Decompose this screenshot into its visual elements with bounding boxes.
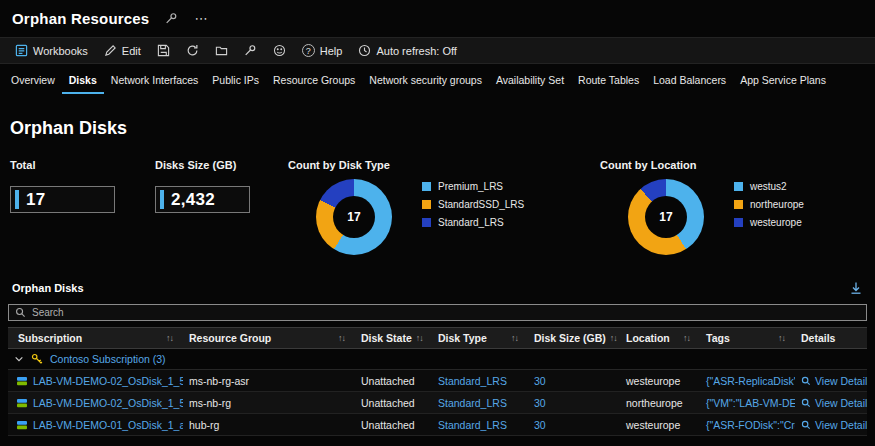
feedback-button[interactable]	[266, 41, 293, 60]
open-button[interactable]	[208, 41, 235, 60]
donut-center-value: 17	[659, 210, 672, 224]
workbooks-icon	[15, 44, 28, 57]
tab-overview[interactable]: Overview	[4, 68, 62, 94]
col-header-disk-type[interactable]: Disk Type ↑↓	[432, 332, 528, 344]
stat-accent-bar	[160, 190, 164, 209]
stat-disks-size-label: Disks Size (GB)	[155, 159, 278, 171]
tags-link[interactable]: {"ASR-FODisk":"Created	[700, 419, 795, 431]
tab-network-interfaces[interactable]: Network Interfaces	[104, 68, 206, 94]
legend-label: Standard_LRS	[438, 217, 504, 228]
tags-link[interactable]: {"VM":"LAB-VM-DEMO-	[700, 397, 795, 409]
more-button[interactable]: ⋯	[194, 12, 207, 25]
search-input[interactable]	[32, 307, 860, 318]
sort-icons[interactable]: ↑↓	[778, 333, 785, 343]
donut-center-value: 17	[347, 210, 360, 224]
disk-icon	[16, 397, 28, 409]
location-legend: westus2 northeurope westeurope	[734, 181, 804, 228]
disk-icon	[16, 375, 28, 387]
smiley-icon	[273, 44, 286, 57]
col-header-details[interactable]: Details	[795, 332, 867, 344]
resource-group-cell: hub-rg	[183, 419, 355, 431]
tab-public-ips[interactable]: Public IPs	[205, 68, 266, 94]
download-icon[interactable]	[849, 281, 863, 295]
legend-item: westus2	[734, 181, 804, 192]
disk-name-link[interactable]: LAB-VM-DEMO-01_OsDisk_1_ae	[33, 419, 183, 431]
legend-item: Standard_LRS	[422, 217, 524, 228]
table-row[interactable]: LAB-VM-DEMO-01_OsDisk_1_ae hub-rg Unatta…	[8, 414, 867, 436]
chart-title: Count by Location	[600, 159, 804, 171]
resource-group-cell: ms-nb-rg-asr	[183, 375, 355, 387]
help-label: Help	[320, 45, 343, 57]
legend-label: westeurope	[750, 217, 802, 228]
group-row-contoso-subscription[interactable]: Contoso Subscription (3)	[8, 349, 867, 370]
view-details-link[interactable]: View Details	[815, 375, 867, 387]
disk-name-link[interactable]: LAB-VM-DEMO-02_OsDisk_1_54	[33, 397, 183, 409]
view-details-link[interactable]: View Details	[815, 397, 867, 409]
help-button[interactable]: ? Help	[295, 41, 350, 60]
legend-swatch	[734, 200, 743, 209]
table-row[interactable]: LAB-VM-DEMO-02_OsDisk_1_54 ms-nb-rg Unat…	[8, 392, 867, 414]
magnifier-icon	[801, 420, 811, 430]
edit-button[interactable]: Edit	[97, 41, 148, 60]
col-header-resource-group[interactable]: Resource Group ↑↓	[183, 332, 355, 344]
legend-swatch	[734, 218, 743, 227]
tags-link[interactable]: {"ASR-ReplicaDisk":"239	[700, 375, 795, 387]
col-header-subscription[interactable]: Subscription ↑↓	[8, 332, 183, 344]
legend-item: northeurope	[734, 199, 804, 210]
location-cell: westeurope	[620, 419, 700, 431]
disk-type-link[interactable]: Standard_LRS	[432, 419, 528, 431]
disk-state-cell: Unattached	[355, 419, 432, 431]
save-button[interactable]	[150, 41, 177, 60]
tab-network-security-groups[interactable]: Network security groups	[362, 68, 489, 94]
disk-size-link[interactable]: 30	[528, 375, 620, 387]
page-title: Orphan Resources	[12, 10, 149, 27]
pin-icon[interactable]	[165, 12, 178, 25]
stat-total-value-box: 17	[10, 186, 115, 213]
disk-size-link[interactable]: 30	[528, 419, 620, 431]
disk-type-link[interactable]: Standard_LRS	[432, 375, 528, 387]
disk-type-link[interactable]: Standard_LRS	[432, 397, 528, 409]
stat-disks-size-value-box: 2,432	[155, 186, 250, 213]
edit-label: Edit	[122, 45, 141, 57]
pin-button[interactable]	[237, 41, 264, 60]
chart-count-by-disk-type: Count by Disk Type 17 Premium_LRS Standa…	[288, 159, 550, 255]
sort-icons[interactable]: ↑↓	[338, 333, 345, 343]
auto-refresh-toggle[interactable]: Auto refresh: Off	[351, 41, 464, 60]
disk-size-link[interactable]: 30	[528, 397, 620, 409]
legend-swatch	[422, 200, 431, 209]
chevron-down-icon[interactable]	[14, 354, 24, 364]
col-header-disk-size[interactable]: Disk Size (GB) ↑↓	[528, 332, 620, 344]
tab-availability-set[interactable]: Availability Set	[489, 68, 571, 94]
tab-app-service-plans[interactable]: App Service Plans	[733, 68, 833, 94]
chart-title: Count by Disk Type	[288, 159, 550, 171]
pin-icon	[244, 44, 257, 57]
tab-route-tables[interactable]: Route Tables	[571, 68, 646, 94]
tab-resource-groups[interactable]: Resource Groups	[266, 68, 362, 94]
refresh-button[interactable]	[179, 41, 206, 60]
sort-icons[interactable]: ↑↓	[511, 333, 518, 343]
col-header-disk-state[interactable]: Disk State ↑↓	[355, 332, 432, 344]
magnifier-icon	[801, 398, 811, 408]
search-box[interactable]	[8, 304, 867, 321]
sort-icons[interactable]: ↑↓	[166, 333, 173, 343]
pencil-icon	[104, 44, 117, 57]
col-header-tags[interactable]: Tags ↑↓	[700, 332, 795, 344]
stats-row: Total 17 Disks Size (GB) 2,432 Count by …	[0, 159, 875, 255]
sort-icons[interactable]: ↑↓	[683, 333, 690, 343]
sort-icons[interactable]: ↑↓	[416, 333, 423, 343]
table-row[interactable]: LAB-VM-DEMO-02_OsDisk_1_54 ms-nb-rg-asr …	[8, 370, 867, 392]
legend-label: Premium_LRS	[438, 181, 503, 192]
disk-icon	[16, 419, 28, 431]
sort-icons[interactable]: ↑↓	[610, 333, 617, 343]
tab-load-balancers[interactable]: Load Balancers	[646, 68, 733, 94]
disk-name-link[interactable]: LAB-VM-DEMO-02_OsDisk_1_54	[33, 375, 183, 387]
workbooks-button[interactable]: Workbooks	[8, 41, 95, 60]
titlebar: Orphan Resources ⋯	[0, 0, 875, 31]
tab-disks[interactable]: Disks	[62, 68, 104, 94]
magnifier-icon	[801, 376, 811, 386]
col-header-location[interactable]: Location ↑↓	[620, 332, 700, 344]
help-icon: ?	[302, 44, 315, 57]
group-label[interactable]: Contoso Subscription (3)	[50, 353, 166, 365]
view-details-link[interactable]: View Details	[815, 419, 867, 431]
orphan-disks-heading: Orphan Disks	[0, 118, 875, 139]
